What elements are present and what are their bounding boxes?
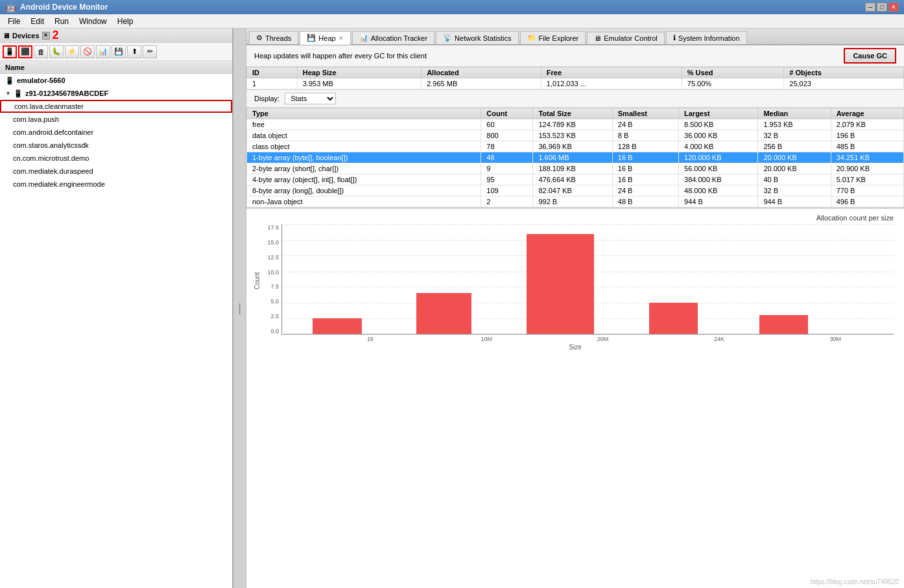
- menu-run[interactable]: Run: [49, 16, 74, 27]
- stats-row-class-object[interactable]: class object 78 36.969 KB 128 B 4.000 KB…: [247, 141, 904, 152]
- largest-2byte-array: 56.000 KB: [679, 163, 758, 174]
- tab-network[interactable]: 📡 Network Statistics: [436, 31, 518, 44]
- tab-emulator-control[interactable]: 🖥 Emulator Control: [587, 32, 665, 44]
- median-2byte-array: 20.000 KB: [758, 163, 831, 174]
- menu-edit[interactable]: Edit: [25, 16, 49, 27]
- panel-splitter[interactable]: |: [233, 29, 246, 588]
- chart-area: Allocation count per size 17.5 15.0 12.5…: [246, 207, 904, 588]
- name-column-header: Name: [0, 61, 232, 74]
- device-list: 📱 emulator-5660 ▼ 📱 z91-0123456789ABCDEF…: [0, 74, 232, 588]
- window-controls[interactable]: ─ □ ✕: [865, 3, 899, 12]
- app-push-item[interactable]: com.lava.push: [0, 113, 232, 126]
- file-explorer-tab-icon: 📁: [527, 34, 536, 42]
- save-heap-button[interactable]: 💾: [112, 45, 126, 58]
- stop-process-button[interactable]: ⬛: [18, 45, 32, 58]
- debug-button[interactable]: 🐛: [49, 45, 64, 58]
- largest-4byte-array: 384.000 KB: [679, 174, 758, 185]
- maximize-button[interactable]: □: [877, 3, 887, 12]
- app-engineermode-item[interactable]: com.mediatek.engineermode: [0, 178, 232, 191]
- stats-row-4byte-array[interactable]: 4-byte array (object[], int[], float[]) …: [247, 174, 904, 185]
- app-defcontainer-item[interactable]: com.android.defcontainer: [0, 126, 232, 139]
- total-8byte-array: 82.047 KB: [533, 185, 612, 196]
- dump-hprof-button[interactable]: ⬆: [127, 45, 141, 58]
- new-process-button[interactable]: 📱: [3, 45, 17, 58]
- heap-tab-close[interactable]: ✕: [339, 35, 344, 41]
- emulator-label: emulator-5660: [17, 76, 65, 84]
- x-label-16: 16: [281, 336, 429, 342]
- stats-row-1byte-array[interactable]: 1-byte array (byte[], boolean[]) 48 1.60…: [247, 152, 904, 163]
- col-average: Average: [831, 108, 903, 119]
- cause-gc-button[interactable]: Cause GC: [844, 48, 896, 64]
- col-pct-used: % Used: [682, 67, 784, 78]
- app-cleanmaster-label: com.lava.cleanmaster: [14, 102, 84, 110]
- col-median: Median: [758, 108, 831, 119]
- col-smallest: Smallest: [612, 108, 678, 119]
- devices-tab-close[interactable]: ✕: [42, 32, 50, 40]
- type-8byte-array: 8-byte array (long[], double[]): [247, 185, 481, 196]
- y-label-17_5: 17.5: [267, 224, 279, 231]
- display-select[interactable]: Stats Bar graph: [285, 93, 336, 104]
- app-duraspeed-item[interactable]: com.mediatek.duraspeed: [0, 165, 232, 178]
- stop-button[interactable]: 🚫: [80, 45, 95, 58]
- tab-allocation[interactable]: 📊 Allocation Tracker: [352, 31, 434, 44]
- smallest-8byte-array: 24 B: [612, 185, 678, 196]
- tab-file-explorer[interactable]: 📁 File Explorer: [520, 31, 586, 44]
- devices-tab[interactable]: 🖥 Devices ✕: [3, 32, 50, 40]
- app-analyticssdk-item[interactable]: com.staros.analyticssdk: [0, 139, 232, 152]
- title-bar: 🤖 Android Device Monitor ─ □ ✕: [0, 0, 904, 14]
- x-label-30m: 30M: [778, 336, 894, 342]
- heap-id: 1: [247, 78, 298, 89]
- menu-window[interactable]: Window: [74, 16, 112, 27]
- y-label-5_0: 5.0: [270, 298, 279, 305]
- tab-threads[interactable]: ⚙ Threads: [249, 31, 298, 44]
- y-label-0_0: 0.0: [270, 328, 279, 335]
- median-data-object: 32 B: [758, 130, 831, 141]
- chart-bar-2: [416, 293, 471, 334]
- x-label-20m: 20M: [545, 336, 661, 342]
- y-axis-label: Count: [254, 277, 261, 290]
- stats-row-non-java[interactable]: non-Java object 2 992 B 48 B 944 B 944 B…: [247, 196, 904, 207]
- edit-button[interactable]: ✏: [143, 45, 157, 58]
- watermark: https://blog.csdn.net/su749520: [811, 578, 899, 585]
- chart-bar-4: [649, 303, 698, 334]
- stats-row-2byte-array[interactable]: 2-byte array (short[], char[]) 9 188.109…: [247, 163, 904, 174]
- smallest-2byte-array: 16 B: [612, 163, 678, 174]
- stats-row-free[interactable]: free 60 124.789 KB 24 B 8.500 KB 1.953 K…: [247, 119, 904, 130]
- heap-free: 1,012.033 ...: [541, 78, 682, 89]
- type-non-java: non-Java object: [247, 196, 481, 207]
- y-label-10_0: 10.0: [267, 269, 279, 276]
- app-cleanmaster-item[interactable]: com.lava.cleanmaster: [0, 100, 232, 113]
- stats-row-8byte-array[interactable]: 8-byte array (long[], double[]) 109 82.0…: [247, 185, 904, 196]
- largest-class-object: 4.000 KB: [679, 141, 758, 152]
- chart-plot: [281, 224, 894, 335]
- minimize-button[interactable]: ─: [865, 3, 875, 12]
- y-label-2_5: 2.5: [270, 313, 279, 320]
- delete-button[interactable]: 🗑: [34, 45, 48, 58]
- annotation-2: 2: [53, 29, 59, 42]
- app-microtrust-item[interactable]: cn.com.microtrust.demo: [0, 152, 232, 165]
- menu-file[interactable]: File: [3, 16, 25, 27]
- stats-row-data-object[interactable]: data object 800 153.523 KB 8 B 36.000 KB…: [247, 130, 904, 141]
- app-analyticssdk-label: com.staros.analyticssdk: [13, 141, 89, 149]
- heap-summary-row[interactable]: 1 3.953 MB 2.965 MB 1,012.033 ... 75.00%…: [247, 78, 904, 89]
- type-class-object: class object: [247, 141, 481, 152]
- col-total-size: Total Size: [533, 108, 612, 119]
- median-class-object: 256 B: [758, 141, 831, 152]
- menu-help[interactable]: Help: [112, 16, 139, 27]
- heap-update-button[interactable]: 📊: [96, 45, 110, 58]
- heap-info-message: Heap updates will happen after every GC …: [254, 52, 427, 60]
- count-data-object: 800: [481, 130, 533, 141]
- smallest-4byte-array: 16 B: [612, 174, 678, 185]
- device-root-item[interactable]: ▼ 📱 z91-0123456789ABCDEF: [0, 87, 232, 100]
- emulator-item[interactable]: 📱 emulator-5660: [0, 74, 232, 87]
- run-button[interactable]: ⚡: [65, 45, 79, 58]
- count-non-java: 2: [481, 196, 533, 207]
- close-button[interactable]: ✕: [888, 3, 899, 12]
- largest-8byte-array: 48.000 KB: [679, 185, 758, 196]
- threads-tab-icon: ⚙: [256, 34, 263, 42]
- tab-heap[interactable]: 💾 Heap ✕: [300, 31, 350, 45]
- app-icon: 🤖: [5, 2, 16, 12]
- threads-tab-label: Threads: [265, 34, 291, 42]
- tab-system-info[interactable]: ℹ System Information: [666, 31, 747, 44]
- device-root-label: z91-0123456789ABCDEF: [25, 89, 108, 97]
